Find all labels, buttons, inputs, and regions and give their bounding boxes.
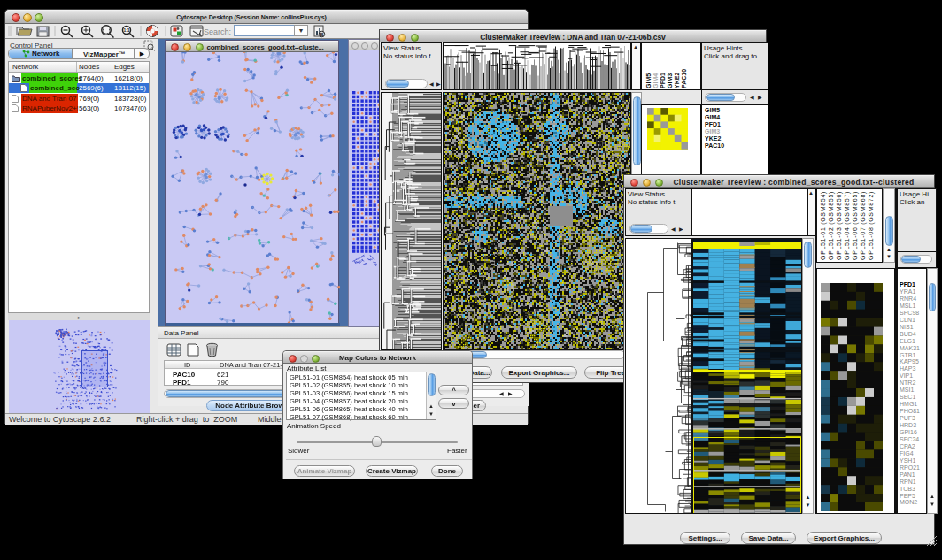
svg-text:B: B <box>320 32 324 37</box>
svg-text:1:1: 1:1 <box>123 27 129 33</box>
